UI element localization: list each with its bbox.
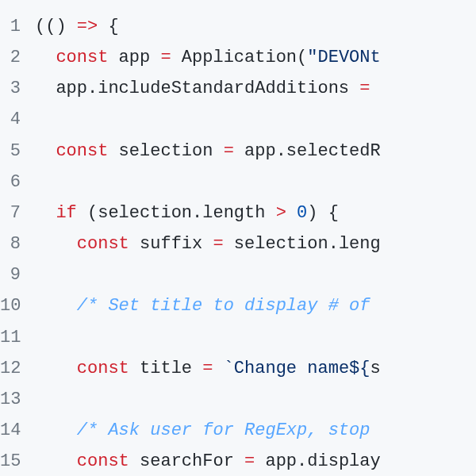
token-kw: if — [56, 203, 76, 223]
token-op: = — [359, 79, 370, 98]
token-op: = — [202, 359, 213, 378]
code-line: 4 — [0, 104, 476, 135]
token-kw: const — [77, 451, 129, 471]
token-op: = — [213, 234, 223, 254]
line-number: 2 — [0, 42, 35, 73]
code-line: 5 const selection = app.selectedR — [0, 136, 476, 167]
code-line: 12 const title = `Change name${s — [0, 353, 476, 384]
token-op: = — [160, 48, 171, 67]
code-content: const selection = app.selectedR — [35, 136, 381, 167]
line-number: 7 — [0, 198, 35, 228]
code-content: const app = Application("DEVONt — [35, 42, 381, 73]
line-number: 15 — [0, 446, 35, 476]
token-op: = — [224, 141, 234, 161]
line-number: 13 — [0, 384, 35, 415]
code-block: 1(() => {2 const app = Application("DEVO… — [0, 11, 476, 476]
token-kw: const — [56, 141, 108, 161]
line-number: 8 — [0, 228, 35, 259]
token-tmpl: { — [359, 359, 370, 378]
token-strlit: "DEVONt — [307, 48, 380, 67]
line-number: 3 — [0, 73, 35, 104]
code-content: const title = `Change name${s — [35, 353, 381, 384]
line-number: 6 — [0, 167, 35, 198]
token-cmt: /* Ask user for RegExp, stop — [77, 420, 381, 440]
token-op: > — [276, 203, 286, 223]
code-line: 9 — [0, 259, 476, 290]
code-content: /* Set title to display # of — [35, 290, 381, 321]
code-line: 7 if (selection.length > 0) { — [0, 198, 476, 228]
code-line: 6 — [0, 167, 476, 198]
code-line: 1(() => { — [0, 11, 476, 42]
line-number: 9 — [0, 259, 35, 290]
token-op: = — [244, 451, 255, 471]
token-kw: const — [77, 234, 129, 254]
code-content: if (selection.length > 0) { — [35, 198, 339, 228]
token-num: 0 — [297, 203, 307, 223]
line-number: 14 — [0, 415, 35, 446]
line-number: 1 — [0, 11, 35, 42]
code-line: 3 app.includeStandardAdditions = — [0, 73, 476, 104]
code-content: app.includeStandardAdditions = — [35, 73, 381, 104]
code-content: const suffix = selection.leng — [35, 228, 381, 259]
code-line: 8 const suffix = selection.leng — [0, 228, 476, 259]
line-number: 12 — [0, 353, 35, 384]
code-content: /* Ask user for RegExp, stop — [35, 415, 381, 446]
code-line: 2 const app = Application("DEVONt — [0, 42, 476, 73]
token-tmpl: `Change name$ — [224, 359, 360, 378]
code-line: 11 — [0, 322, 476, 353]
code-line: 13 — [0, 384, 476, 415]
token-cmt: /* Set title to display # of — [77, 296, 381, 316]
token-kw: const — [77, 359, 129, 378]
code-line: 14 /* Ask user for RegExp, stop — [0, 415, 476, 446]
token-op: => — [77, 17, 98, 36]
code-content: (() => { — [35, 11, 119, 42]
line-number: 11 — [0, 322, 35, 353]
line-number: 10 — [0, 290, 35, 321]
line-number: 5 — [0, 136, 35, 167]
token-kw: const — [56, 48, 108, 67]
code-line: 15 const searchFor = app.display — [0, 446, 476, 476]
code-content: const searchFor = app.display — [35, 446, 381, 476]
line-number: 4 — [0, 104, 35, 135]
code-line: 10 /* Set title to display # of — [0, 290, 476, 321]
